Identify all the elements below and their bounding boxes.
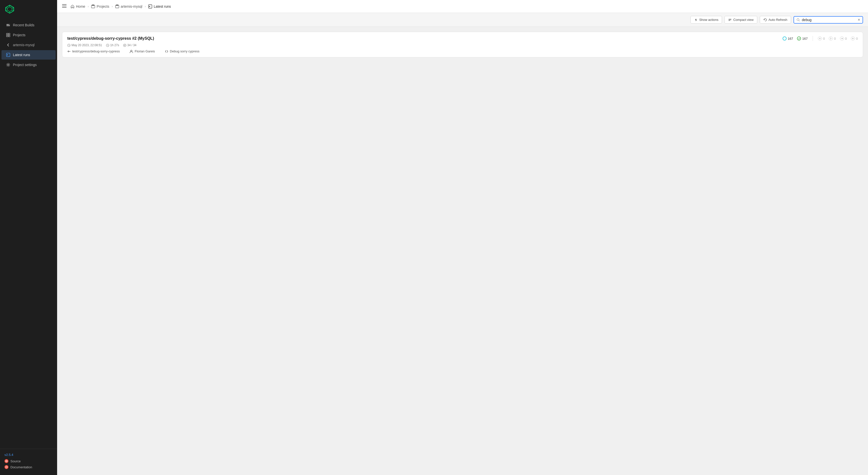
sidebar-item-project-settings[interactable]: Project settings <box>1 60 56 69</box>
svg-marker-1 <box>7 7 12 12</box>
skipped-count: 0 <box>845 37 847 40</box>
stat-running: 167 <box>783 36 793 40</box>
version-link[interactable]: v2.5.4 <box>4 453 53 456</box>
pending-icon <box>829 36 833 40</box>
stat-pending: 0 <box>829 36 836 40</box>
failed-count: 0 <box>823 37 825 40</box>
gear-icon <box>6 63 10 67</box>
build-card-header: test/cypress/debug-sorry-cypress #2 (MyS… <box>67 36 858 41</box>
build-title[interactable]: test/cypress/debug-sorry-cypress #2 (MyS… <box>67 36 154 41</box>
search-input[interactable] <box>802 18 856 22</box>
breadcrumb-latest-runs: Latest runs <box>148 4 171 8</box>
breadcrumb-projects[interactable]: Projects <box>91 4 109 8</box>
build-source-path: test/cypress/debug-sorry-cypress <box>67 50 120 53</box>
build-shards-value: 34 / 34 <box>127 43 136 47</box>
compact-icon <box>728 18 732 22</box>
svg-point-30 <box>149 6 150 7</box>
toolbar: Show actions Compact view Auto Refresh × <box>57 13 868 27</box>
breadcrumb-sep-1: › <box>88 5 89 8</box>
svg-point-10 <box>9 24 10 25</box>
build-shards: 34 / 34 <box>123 43 136 47</box>
breadcrumb-project[interactable]: artemis-mysql <box>115 4 142 8</box>
svg-rect-12 <box>8 33 10 35</box>
build-date: May 20 2023, 22:08:51 <box>67 43 102 47</box>
build-card: test/cypress/debug-sorry-cypress #2 (MyS… <box>62 32 863 57</box>
sidebar-item-latest-runs[interactable]: Latest runs <box>1 50 56 60</box>
source-icon <box>4 459 8 463</box>
search-box: × <box>794 16 863 24</box>
header: Home › Projects › artemis-mysql › Latest… <box>57 0 868 13</box>
stat-skipped: 0 <box>840 36 847 40</box>
logo-container <box>0 0 57 19</box>
passed-icon <box>797 36 801 40</box>
breadcrumb-home[interactable]: Home <box>70 4 85 8</box>
documentation-label: Documentation <box>10 465 32 469</box>
grid-icon <box>6 33 10 37</box>
shards-icon <box>123 44 126 47</box>
svg-rect-22 <box>62 4 66 5</box>
sidebar-item-recent-builds[interactable]: Recent Builds <box>1 20 56 30</box>
source-path-icon <box>67 50 71 53</box>
lightning-icon <box>694 18 698 22</box>
commit-message-value: Debug sorry cypress <box>170 50 199 53</box>
failed-icon <box>818 36 822 40</box>
code-icon <box>165 50 168 53</box>
running-count: 167 <box>788 37 793 40</box>
search-icon <box>797 18 800 22</box>
source-label: Source <box>10 460 21 463</box>
clock-icon <box>106 44 109 47</box>
svg-point-33 <box>852 38 853 39</box>
person-icon <box>130 50 133 53</box>
build-details: test/cypress/debug-sorry-cypress Florian… <box>67 50 858 53</box>
breadcrumb-home-label: Home <box>76 4 85 8</box>
sidebar: Recent Builds Projects artemis-mysql <box>0 0 57 475</box>
pending-count: 0 <box>834 37 836 40</box>
build-stats: 167 167 0 <box>783 36 858 41</box>
auto-refresh-label: Auto Refresh <box>769 18 787 22</box>
documentation-link[interactable]: ? Documentation <box>4 465 53 469</box>
home-icon <box>70 4 74 8</box>
stat-flaky: 0 <box>851 36 858 40</box>
sidebar-item-recent-builds-label: Recent Builds <box>13 23 34 27</box>
hamburger-menu[interactable] <box>62 4 66 9</box>
breadcrumb-sep-3: › <box>145 5 146 8</box>
stat-passed: 167 <box>797 36 808 40</box>
svg-rect-11 <box>6 33 8 35</box>
passed-count: 167 <box>802 37 808 40</box>
flaky-count: 0 <box>856 37 858 40</box>
project-icon <box>115 4 119 8</box>
build-date-value: May 20 2023, 22:08:51 <box>71 43 102 47</box>
source-link[interactable]: Source <box>4 459 53 463</box>
search-clear-button[interactable]: × <box>858 18 860 22</box>
breadcrumb-sep-2: › <box>112 5 113 8</box>
compact-view-button[interactable]: Compact view <box>724 16 757 24</box>
content-area: test/cypress/debug-sorry-cypress #2 (MyS… <box>57 27 868 475</box>
run-icon <box>6 53 10 57</box>
breadcrumb-latest-runs-label: Latest runs <box>154 4 171 8</box>
auto-refresh-button[interactable]: Auto Refresh <box>760 16 791 24</box>
sidebar-item-back[interactable]: artemis-mysql <box>1 40 56 50</box>
svg-rect-24 <box>62 7 66 8</box>
build-commit: Debug sorry cypress <box>165 50 199 53</box>
svg-point-16 <box>7 54 8 55</box>
sidebar-item-projects-label: Projects <box>13 33 26 37</box>
projects-icon <box>91 4 95 8</box>
main-area: Home › Projects › artemis-mysql › Latest… <box>57 0 868 475</box>
breadcrumb-projects-label: Projects <box>97 4 109 8</box>
svg-point-18 <box>8 64 9 66</box>
layers-icon <box>6 23 10 27</box>
svg-rect-9 <box>6 25 10 26</box>
svg-point-31 <box>150 6 151 7</box>
sidebar-item-project-settings-label: Project settings <box>13 63 37 67</box>
sidebar-footer: v2.5.4 Source ? Documentation <box>0 449 57 475</box>
compact-view-label: Compact view <box>733 18 753 22</box>
show-actions-button[interactable]: Show actions <box>690 16 722 24</box>
app-logo <box>5 4 14 14</box>
build-duration-value: 1h 27s <box>110 43 119 47</box>
sidebar-nav: Recent Builds Projects artemis-mysql <box>0 19 57 449</box>
svg-rect-14 <box>8 35 10 37</box>
build-meta: May 20 2023, 22:08:51 1h 27s 34 / 34 <box>67 43 858 47</box>
runs-icon <box>148 4 152 8</box>
sidebar-item-projects[interactable]: Projects <box>1 30 56 40</box>
build-author: Florian Gareis <box>130 50 155 53</box>
